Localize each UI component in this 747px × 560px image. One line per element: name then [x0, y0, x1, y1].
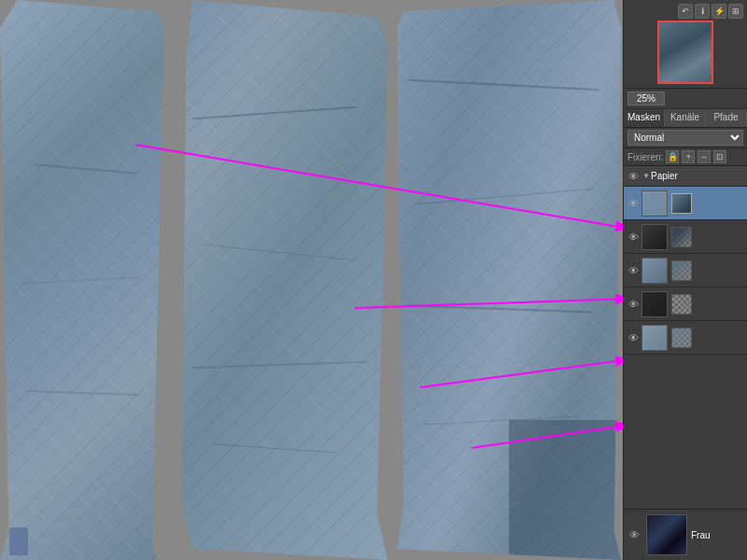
layer-group-papier[interactable]: 👁 ▼ Papier	[624, 166, 747, 187]
layer-eye-2[interactable]: 👁	[627, 231, 640, 244]
fixieren-row: Fixieren: 🔒 + ↔ ⊡	[624, 148, 747, 166]
canvas-area	[0, 0, 623, 560]
usb-icon[interactable]: ⚡	[712, 4, 726, 19]
blend-mode-row: Normal	[624, 128, 747, 148]
zoom-row: 25%	[624, 89, 747, 109]
layer-thumb-5	[641, 325, 668, 351]
fix-icon-plus[interactable]: +	[682, 150, 695, 163]
image-thumbnail	[657, 21, 713, 84]
layer-mask-thumb-4	[671, 294, 692, 315]
layer-item-4[interactable]: 👁	[624, 287, 747, 321]
layer-item-3[interactable]: 👁	[624, 254, 747, 287]
layer-eye-3[interactable]: 👁	[627, 264, 640, 277]
paper-piece-2	[182, 0, 388, 560]
bottom-layer-frau[interactable]: 👁 Frau	[624, 509, 747, 560]
layer-thumb-2	[641, 224, 668, 250]
panel-icons-row: ↶ ℹ ⚡ ⊞	[627, 4, 743, 19]
tab-masken[interactable]: Masken	[624, 109, 665, 127]
layer-item-2[interactable]: 👁	[624, 220, 747, 254]
layer-thumb-3	[641, 258, 668, 284]
history-icon[interactable]: ↶	[678, 4, 693, 19]
layer-fold-icon[interactable]: ▼	[641, 170, 651, 183]
layer-mask-thumb-1	[671, 193, 692, 214]
layer-item-1[interactable]: 👁	[624, 187, 747, 220]
layer-mask-thumb-5	[671, 328, 692, 348]
bottom-layer-eye[interactable]: 👁	[627, 528, 641, 541]
layer-mask-thumb-3	[671, 260, 692, 281]
layer-thumb-4	[641, 291, 668, 317]
bottom-layer-name: Frau	[691, 530, 711, 540]
info-icon[interactable]: ℹ	[695, 4, 710, 19]
bottom-layer-thumb	[646, 514, 687, 555]
tab-kanale[interactable]: Kanäle	[665, 109, 706, 127]
paper-piece-3	[397, 0, 621, 560]
tabs-row: Masken Kanäle Pfade	[624, 109, 747, 128]
paper-piece-1	[0, 0, 173, 560]
layers-list[interactable]: 👁 ▼ Papier 👁 👁 👁	[624, 166, 747, 509]
layer-eye-1[interactable]: 👁	[627, 197, 640, 210]
layer-eye-4[interactable]: 👁	[627, 298, 640, 311]
layer-thumb-1	[641, 190, 668, 217]
zoom-input[interactable]: 25%	[627, 91, 665, 105]
thumbnail-image	[659, 22, 712, 82]
right-panel: ↶ ℹ ⚡ ⊞ 25% Masken Kanäle Pfade Normal F…	[623, 0, 747, 560]
fix-icon-lock[interactable]: 🔒	[666, 150, 679, 163]
layer-group-name: Papier	[651, 171, 744, 181]
layer-eye-icon[interactable]: 👁	[627, 170, 640, 183]
fixieren-label: Fixieren:	[627, 152, 663, 162]
fix-icon-all[interactable]: ⊡	[713, 150, 726, 163]
layer-eye-5[interactable]: 👁	[627, 331, 640, 344]
layer-mask-thumb-2	[671, 227, 692, 247]
tab-pfade[interactable]: Pfade	[706, 109, 747, 127]
blend-mode-select[interactable]: Normal	[627, 130, 743, 146]
grid-icon[interactable]: ⊞	[728, 4, 743, 19]
top-preview-area: ↶ ℹ ⚡ ⊞	[624, 0, 747, 89]
bottom-layer-thumbnail	[647, 515, 686, 554]
layer-item-5[interactable]: 👁	[624, 321, 747, 355]
fix-icon-move[interactable]: ↔	[698, 150, 711, 163]
